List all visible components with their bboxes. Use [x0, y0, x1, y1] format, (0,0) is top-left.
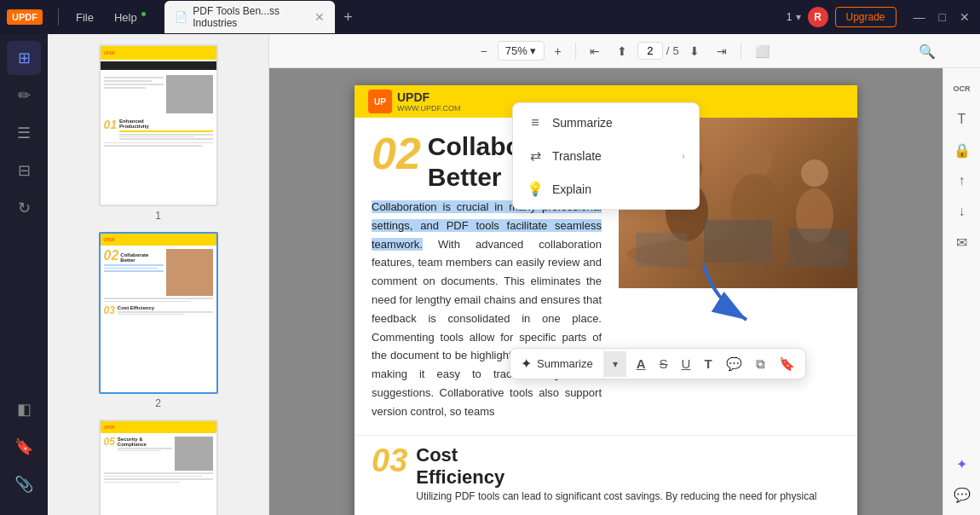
titlebar-divider: [58, 9, 59, 26]
thumb-img-3: UPDF 05 Security & Compliance: [99, 420, 218, 515]
sidebar-icon-highlight[interactable]: ✏: [7, 78, 41, 113]
pdf-content: UP UPDF WWW.UPDF.COM: [269, 68, 943, 515]
pdf-logo-icon: UP: [368, 90, 392, 113]
pdf-logo-url: WWW.UPDF.COM: [397, 104, 461, 113]
ai-button[interactable]: ✦: [948, 450, 976, 477]
sidebar-icon-layers[interactable]: ◧: [7, 392, 41, 426]
thumbnail-2[interactable]: UPDF 02 Collaborate Better: [99, 232, 218, 409]
strikethrough-button[interactable]: S: [653, 351, 675, 376]
summarize-menu-label: Summarize: [552, 116, 613, 130]
comment-button[interactable]: 💬: [719, 351, 749, 377]
tab-close-button[interactable]: ✕: [314, 11, 325, 23]
zoom-dropdown-icon[interactable]: ▾: [530, 44, 536, 57]
dropdown-explain-item[interactable]: 💡 Explain: [513, 172, 699, 205]
page-prev-fast-button[interactable]: ⬆: [610, 41, 634, 61]
section3-number: 03: [372, 444, 407, 477]
highlight-text-button[interactable]: A: [630, 351, 653, 376]
dropdown-arrow-icon: ▾: [613, 358, 618, 370]
page-number-input[interactable]: [637, 42, 663, 60]
thumb-img-2: UPDF 02 Collaborate Better: [99, 232, 218, 394]
titlebar: UPDF File Help 📄 PDF Tools Ben...ss Indu…: [0, 0, 980, 34]
ai-icon: ✦: [956, 456, 967, 472]
ai-dropdown-menu: ≡ Summarize ⇄ Translate › 💡 Explain: [512, 102, 700, 210]
help-dot: [141, 12, 146, 16]
section3-text: Utilizing PDF tools can lead to signific…: [416, 489, 840, 504]
translate-icon: T: [958, 112, 966, 127]
pdf-area: UP UPDF WWW.UPDF.COM: [269, 68, 943, 515]
dropdown-translate-item[interactable]: ⇄ Translate ›: [513, 139, 699, 172]
zoom-level-display: 75% ▾: [498, 41, 545, 61]
mail-icon: ✉: [956, 234, 967, 251]
protect-icon: 🔒: [954, 142, 971, 159]
text-note-button[interactable]: T: [697, 351, 718, 376]
upload-icon: ↑: [959, 173, 966, 188]
pdf-tab[interactable]: 📄 PDF Tools Ben...ss Industries ✕: [164, 1, 335, 33]
search-icon: 🔍: [919, 43, 936, 60]
minimize-button[interactable]: —: [910, 9, 929, 26]
thumbnail-1[interactable]: UPDF 01: [99, 44, 218, 222]
pdf-updf-logo: UP UPDF WWW.UPDF.COM: [368, 90, 461, 113]
thumb-num-2: 2: [155, 397, 161, 409]
protect-button[interactable]: 🔒: [948, 136, 976, 164]
download-button[interactable]: ↓: [948, 198, 976, 225]
page-next-fast-button[interactable]: ⬇: [683, 41, 706, 61]
dropdown-summarize-item[interactable]: ≡ Summarize: [513, 107, 699, 139]
section3-content: Cost Efficiency Utilizing PDF tools can …: [416, 444, 840, 504]
arrow-svg: [695, 256, 772, 333]
upgrade-button[interactable]: Upgrade: [835, 7, 896, 27]
ocr-icon: OCR: [954, 84, 971, 93]
file-menu[interactable]: File: [67, 8, 102, 27]
zoom-out-button[interactable]: −: [473, 41, 493, 61]
new-tab-button[interactable]: +: [338, 7, 358, 28]
floating-toolbar-icons: A S U T 💬 ⧉ 🔖: [626, 351, 805, 377]
fit-page-button[interactable]: ⬜: [748, 41, 776, 61]
search-toolbar-btn[interactable]: 🔍: [912, 34, 943, 68]
chat-button[interactable]: 💬: [948, 481, 976, 508]
sidebar-icon-thumbnails[interactable]: ⊞: [7, 41, 41, 75]
toolbar-divider-1: [575, 43, 576, 60]
link-bookmark-button[interactable]: 🔖: [772, 351, 802, 377]
page-first-button[interactable]: ⇤: [583, 41, 607, 61]
summarize-menu-icon: ≡: [527, 115, 544, 130]
copy-button[interactable]: ⧉: [749, 351, 772, 377]
sidebar-icon-attachment[interactable]: 📎: [7, 467, 41, 501]
svg-point-2: [738, 143, 772, 177]
titlebar-right: 1 ▾ R Upgrade — □ ✕: [787, 7, 973, 27]
close-button[interactable]: ✕: [956, 9, 973, 26]
blue-arrow: [695, 256, 772, 336]
chat-icon: 💬: [954, 487, 971, 503]
pdf-tab-icon: 📄: [175, 11, 187, 23]
floating-toolbar: ✦ Summarize ▾ A S U T 💬 ⧉: [510, 348, 806, 379]
user-avatar[interactable]: R: [808, 7, 828, 27]
sidebar-bottom: ◧ 🔖 📎: [7, 392, 41, 508]
page-last-button[interactable]: ⇥: [710, 41, 734, 61]
translate-button[interactable]: T: [948, 106, 976, 133]
sidebar-icon-list[interactable]: ☰: [7, 116, 41, 150]
upload-button[interactable]: ↑: [948, 167, 976, 194]
underline-button[interactable]: U: [675, 351, 698, 376]
zoom-in-button[interactable]: +: [548, 41, 568, 61]
mail-button[interactable]: ✉: [948, 229, 976, 256]
help-menu[interactable]: Help: [106, 8, 154, 27]
ocr-button[interactable]: OCR: [948, 75, 976, 102]
summarize-button[interactable]: ✦ Summarize: [510, 349, 604, 379]
right-sidebar: OCR T 🔒 ↑ ↓ ✉ ✦: [943, 68, 980, 515]
thumbnail-3[interactable]: UPDF 05 Security & Compliance: [99, 420, 218, 515]
sidebar-icon-bookmark[interactable]: 🔖: [7, 430, 41, 464]
pdf-logo-text: UPDF: [397, 90, 461, 104]
main-content: ⊞ ✏ ☰ ⊟ ↻ ◧ 🔖 📎 UPDF: [0, 34, 980, 515]
window-controls: — □ ✕: [910, 9, 973, 26]
pdf-and-right-sidebar: UP UPDF WWW.UPDF.COM: [269, 68, 980, 515]
floating-dropdown-button[interactable]: ▾: [604, 351, 626, 377]
nav-dropdown-icon[interactable]: ▾: [796, 11, 801, 23]
sidebar-icon-rotate[interactable]: ↻: [7, 191, 41, 225]
tab-bar: 📄 PDF Tools Ben...ss Industries ✕ +: [164, 1, 783, 33]
section2-number: 02: [372, 131, 421, 176]
maximize-button[interactable]: □: [936, 9, 949, 26]
toolbar: − 75% ▾ + ⇤ ⬆ / 5 ⬇ ⇥ ⬜ 🔍: [269, 34, 980, 68]
section3-title-line1: Cost: [416, 444, 840, 466]
page-nav-mini: 1 ▾: [787, 11, 801, 23]
thumbnail-panel: UPDF 01: [48, 34, 269, 515]
sidebar-icon-fields[interactable]: ⊟: [7, 153, 41, 188]
updf-logo[interactable]: UPDF: [7, 9, 43, 25]
